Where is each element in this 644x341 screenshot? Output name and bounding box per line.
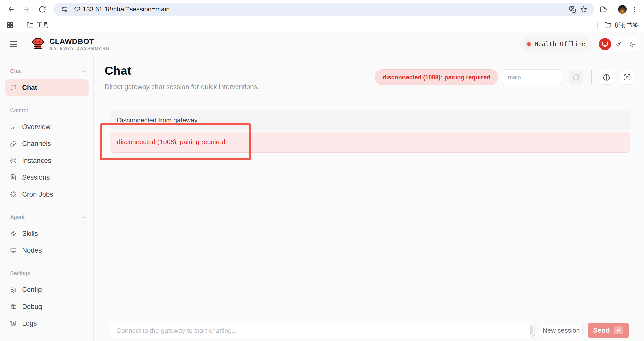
bookmark-star-icon[interactable] bbox=[578, 4, 589, 15]
controls-divider bbox=[591, 70, 592, 84]
theme-dark-button[interactable] bbox=[626, 38, 638, 50]
refresh-button[interactable] bbox=[569, 70, 583, 85]
monitor-icon bbox=[10, 247, 17, 254]
translate-icon[interactable]: G bbox=[567, 4, 578, 15]
sidebar-item-debug[interactable]: Debug bbox=[5, 298, 89, 315]
toolbar-divider bbox=[613, 6, 613, 13]
sidebar-item-label: Debug bbox=[22, 303, 42, 311]
chat-input[interactable] bbox=[110, 323, 535, 338]
message-text: disconnected (1008): pairing required bbox=[117, 138, 225, 146]
input-resize-grip[interactable] bbox=[530, 334, 534, 337]
connection-status-badge: disconnected (1008): pairing required bbox=[375, 69, 498, 85]
sidebar-item-label: Config bbox=[22, 286, 42, 294]
forward-icon[interactable] bbox=[22, 4, 32, 14]
bookmark-folder-label: 工具 bbox=[37, 21, 49, 29]
site-info-icon[interactable] bbox=[59, 4, 70, 15]
section-chat: Chat – bbox=[10, 68, 85, 75]
sidebar-item-sessions[interactable]: Sessions bbox=[5, 169, 89, 186]
sidebar-item-label: Logs bbox=[22, 320, 37, 327]
chat-composer: New session Send ↵ bbox=[110, 323, 629, 338]
loader-icon bbox=[10, 191, 17, 198]
brain-button[interactable] bbox=[599, 70, 614, 85]
sidebar-item-config[interactable]: Config bbox=[5, 281, 89, 298]
collapse-icon[interactable]: – bbox=[82, 68, 85, 75]
sidebar-item-label: Skills bbox=[22, 230, 38, 238]
address-bar[interactable]: 43.133.61.18/chat?session=main G bbox=[53, 3, 594, 16]
sidebar-item-logs[interactable]: Logs bbox=[5, 315, 89, 332]
app-title: CLAWDBOT bbox=[49, 37, 110, 45]
back-icon[interactable] bbox=[6, 4, 16, 14]
page-header: Chat Direct gateway chat session for qui… bbox=[105, 64, 634, 91]
collapse-icon[interactable]: – bbox=[82, 107, 85, 114]
sidebar-item-skills[interactable]: Skills bbox=[5, 225, 89, 242]
bug-icon bbox=[10, 303, 17, 310]
chat-message-error: disconnected (1008): pairing required bbox=[110, 132, 630, 153]
app-subtitle: GATEWAY DASHBOARD bbox=[49, 46, 110, 51]
collapse-icon[interactable]: – bbox=[82, 270, 85, 277]
sidebar-item-label: Nodes bbox=[22, 247, 42, 254]
zap-icon bbox=[10, 230, 17, 237]
focus-scan-button[interactable] bbox=[620, 70, 634, 85]
session-input[interactable] bbox=[502, 69, 562, 85]
profile-avatar[interactable] bbox=[618, 5, 627, 14]
theme-system-button[interactable] bbox=[599, 38, 611, 50]
chat-controls: disconnected (1008): pairing required bbox=[375, 69, 634, 85]
sidebar-item-label: Instances bbox=[22, 157, 51, 165]
sidebar-item-label: Sessions bbox=[22, 174, 50, 181]
link-icon bbox=[10, 140, 17, 147]
sidebar-item-chat[interactable]: Chat bbox=[5, 79, 89, 96]
section-control: Control – bbox=[10, 107, 85, 114]
section-agent: Agent – bbox=[10, 214, 85, 221]
gear-icon bbox=[10, 286, 17, 293]
sidebar-item-cron-jobs[interactable]: Cron Jobs bbox=[5, 186, 89, 203]
all-bookmarks-folder[interactable]: 所有书签 bbox=[602, 20, 640, 30]
extensions-icon[interactable] bbox=[598, 4, 608, 14]
file-text-icon bbox=[10, 174, 17, 181]
chat-message-info: Disconnected from gateway. bbox=[110, 110, 630, 130]
sidebar-item-overview[interactable]: Overview bbox=[5, 119, 89, 135]
main-content: Chat Direct gateway chat session for qui… bbox=[94, 56, 644, 341]
app-header: CLAWDBOT GATEWAY DASHBOARD Health Offlin… bbox=[0, 32, 644, 56]
sidebar-item-label: Chat bbox=[22, 84, 37, 92]
url-text[interactable]: 43.133.61.18/chat?session=main bbox=[73, 5, 567, 13]
brand: CLAWDBOT GATEWAY DASHBOARD bbox=[31, 37, 110, 51]
collapse-icon[interactable]: – bbox=[82, 214, 85, 221]
bookmarks-bar: 工具 所有书签 bbox=[0, 18, 644, 32]
broadcast-icon bbox=[10, 157, 17, 164]
reload-icon[interactable] bbox=[37, 4, 47, 14]
clawdbot-logo-icon bbox=[31, 37, 45, 51]
health-label: Health Offline bbox=[535, 41, 585, 48]
bookmarks-divider-right bbox=[597, 22, 598, 29]
theme-light-button[interactable] bbox=[613, 38, 625, 50]
send-button[interactable]: Send ↵ bbox=[588, 323, 629, 338]
message-text: Disconnected from gateway. bbox=[117, 116, 199, 124]
browser-window: 43.133.61.18/chat?session=main G bbox=[0, 0, 644, 341]
browser-menu-icon[interactable] bbox=[629, 4, 639, 14]
browser-toolbar: 43.133.61.18/chat?session=main G bbox=[0, 0, 644, 18]
apps-grid-icon[interactable] bbox=[5, 20, 15, 30]
sidebar-item-label: Channels bbox=[22, 140, 51, 148]
theme-switcher bbox=[597, 36, 640, 52]
scroll-icon bbox=[10, 320, 17, 327]
new-session-button[interactable]: New session bbox=[540, 323, 583, 338]
sidebar-item-instances[interactable]: Instances bbox=[5, 152, 89, 169]
health-status-badge: Health Offline bbox=[520, 37, 592, 51]
sidebar-item-nodes[interactable]: Nodes bbox=[5, 242, 89, 259]
enter-key-icon: ↵ bbox=[614, 326, 623, 334]
sidebar: Chat – Chat Control – Overview Channels bbox=[0, 56, 94, 341]
bar-chart-icon bbox=[10, 124, 17, 130]
health-dot bbox=[527, 42, 531, 46]
sidebar-item-channels[interactable]: Channels bbox=[5, 135, 89, 152]
toolbar-right bbox=[598, 4, 639, 14]
bookmarks-divider bbox=[20, 22, 20, 29]
section-settings: Settings – bbox=[10, 270, 85, 277]
all-bookmarks-label: 所有书签 bbox=[614, 21, 638, 29]
chat-bubble-icon bbox=[10, 84, 17, 91]
sidebar-item-label: Cron Jobs bbox=[22, 191, 53, 198]
bookmark-folder-tools[interactable]: 工具 bbox=[25, 20, 51, 30]
sidebar-toggle-icon[interactable] bbox=[10, 39, 21, 50]
sidebar-item-label: Overview bbox=[22, 123, 51, 131]
